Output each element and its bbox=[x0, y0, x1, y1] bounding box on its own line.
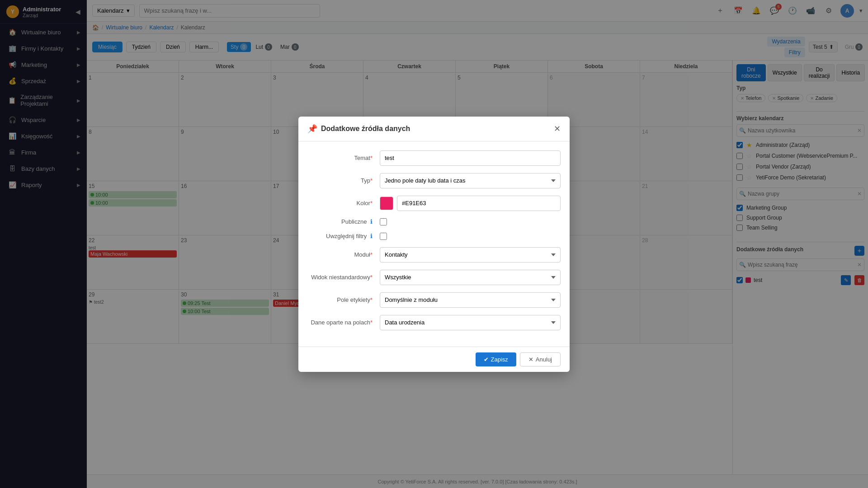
form-row-kolor: Kolor* bbox=[307, 196, 561, 211]
modal-dodatkowe-zrodla: 📌 Dodatkowe źródła danych ✕ Temat* Typ* … bbox=[298, 117, 570, 372]
info-icon-uwzglednij[interactable]: ℹ bbox=[370, 233, 373, 239]
color-swatch[interactable] bbox=[380, 197, 393, 210]
kolor-label: Kolor* bbox=[307, 200, 380, 206]
dane-select[interactable]: Data urodzenia Data spotkania Data zadan… bbox=[380, 315, 561, 330]
form-row-pole: Pole etykiety* Domyślnie z modułu Imię i… bbox=[307, 292, 561, 308]
modal-header: 📌 Dodatkowe źródła danych ✕ bbox=[298, 117, 570, 141]
modal-footer: ✔ Zapisz ✕ Anuluj bbox=[298, 347, 570, 372]
cancel-label: Anuluj bbox=[536, 356, 552, 363]
info-icon-publiczne[interactable]: ℹ bbox=[370, 218, 373, 225]
widok-select[interactable]: Wszystkie Własne bbox=[380, 270, 561, 285]
typ-label: Typ* bbox=[307, 177, 380, 184]
modul-label: Moduł* bbox=[307, 251, 380, 258]
uwzglednij-checkbox[interactable] bbox=[380, 233, 387, 240]
modal-pin-icon: 📌 bbox=[307, 124, 317, 134]
publiczne-checkbox[interactable] bbox=[380, 218, 387, 225]
modal-body: Temat* Typ* Jedno pole daty lub data i c… bbox=[298, 141, 570, 347]
form-row-modul: Moduł* Kontakty Firmy Zadania bbox=[307, 247, 561, 263]
temat-label: Temat* bbox=[307, 155, 380, 161]
form-row-dane: Dane oparte na polach* Data urodzenia Da… bbox=[307, 315, 561, 330]
temat-input[interactable] bbox=[380, 150, 561, 166]
uwzglednij-label: Uwzględnij filtry ℹ bbox=[307, 233, 380, 239]
form-row-typ: Typ* Jedno pole daty lub data i czas Zak… bbox=[307, 173, 561, 188]
widok-label: Widok niestandardowy* bbox=[307, 274, 380, 281]
cancel-button[interactable]: ✕ Anuluj bbox=[520, 352, 561, 366]
uwzglednij-checkbox-wrap bbox=[380, 233, 387, 240]
pole-label: Pole etykiety* bbox=[307, 296, 380, 303]
color-row bbox=[380, 196, 561, 211]
typ-select[interactable]: Jedno pole daty lub data i czas Zakres d… bbox=[380, 173, 561, 188]
x-icon: ✕ bbox=[528, 356, 533, 363]
checkmark-icon: ✔ bbox=[484, 356, 489, 363]
form-row-widok: Widok niestandardowy* Wszystkie Własne bbox=[307, 270, 561, 285]
dane-label: Dane oparte na polach* bbox=[307, 319, 380, 326]
save-label: Zapisz bbox=[491, 356, 508, 363]
publiczne-label: Publiczne ℹ bbox=[307, 218, 380, 225]
publiczne-checkbox-wrap bbox=[380, 218, 387, 225]
form-row-uwzglednij: Uwzględnij filtry ℹ bbox=[307, 233, 561, 240]
modal-close-btn[interactable]: ✕ bbox=[554, 124, 561, 134]
kolor-input[interactable] bbox=[397, 196, 561, 211]
save-button[interactable]: ✔ Zapisz bbox=[476, 352, 516, 366]
pole-select[interactable]: Domyślnie z modułu Imię i Nazwisko Temat bbox=[380, 292, 561, 308]
modal-overlay: 📌 Dodatkowe źródła danych ✕ Temat* Typ* … bbox=[0, 0, 868, 488]
modul-select[interactable]: Kontakty Firmy Zadania bbox=[380, 247, 561, 263]
form-row-publiczne: Publiczne ℹ bbox=[307, 218, 561, 225]
modal-title: Dodatkowe źródła danych bbox=[321, 125, 550, 133]
form-row-temat: Temat* bbox=[307, 150, 561, 166]
